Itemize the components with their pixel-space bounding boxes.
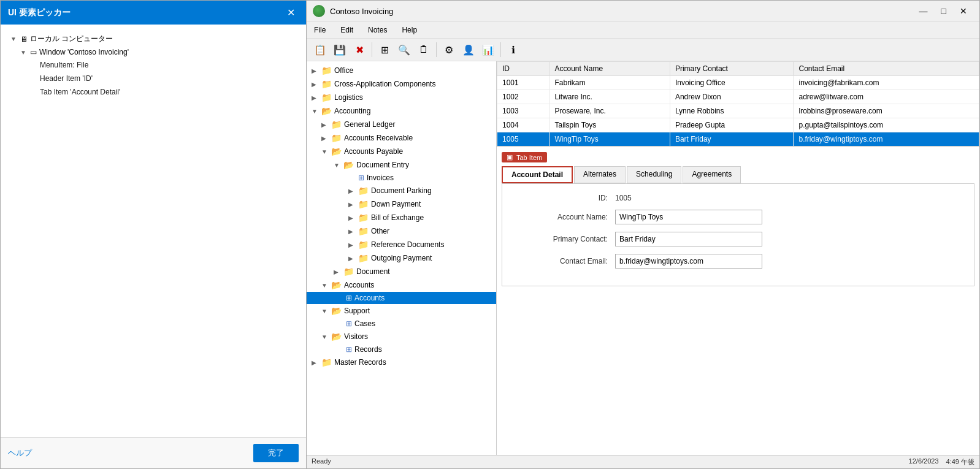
- chevron-down-icon: ▼: [321, 148, 329, 155]
- nav-general-ledger[interactable]: ▶ 📁 General Ledger: [307, 118, 496, 131]
- tree-local-computer[interactable]: ▼ 🖥 ローカル コンピューター: [8, 32, 299, 46]
- account-name-input[interactable]: [615, 210, 762, 224]
- chevron-down-icon: ▼: [321, 334, 329, 340]
- nav-cases[interactable]: ⊞ Cases: [307, 318, 496, 330]
- table-row[interactable]: 1004 Tailspin Toys Pradeep Gupta p.gupta…: [497, 118, 979, 132]
- folder-open-icon: 📂: [331, 280, 342, 290]
- table-row[interactable]: 1003 Proseware, Inc. Lynne Robbins lrobb…: [497, 104, 979, 118]
- primary-contact-input[interactable]: [615, 232, 762, 246]
- nav-records[interactable]: ⊞ Records: [307, 343, 496, 356]
- help-link[interactable]: ヘルプ: [8, 448, 32, 459]
- nav-other[interactable]: ▶ 📁 Other: [307, 224, 496, 238]
- picker-close-button[interactable]: ✕: [283, 6, 299, 20]
- cell-name: Tailspin Toys: [549, 118, 670, 132]
- nav-accounts-table[interactable]: ⊞ Accounts: [307, 292, 496, 304]
- tab-section: ▣ Tab Item Account Detail Alternates Sch…: [497, 147, 979, 455]
- nav-cross-app-label: Cross-Application Components: [334, 80, 435, 88]
- save-button[interactable]: 💾: [331, 41, 348, 58]
- menu-notes[interactable]: Notes: [361, 23, 394, 37]
- form-row-primary-contact: Primary Contact:: [517, 232, 959, 246]
- tree-tab-account-detail[interactable]: Tab Item 'Account Detail': [8, 85, 299, 99]
- menu-file[interactable]: File: [307, 23, 333, 37]
- id-label: ID:: [517, 194, 615, 202]
- toolbar: 📋 💾 ✖ ⊞ 🔍 🗒 ⚙ 👤 📊 ℹ: [307, 39, 979, 61]
- tab-alternates[interactable]: Alternates: [574, 166, 626, 183]
- menu-edit[interactable]: Edit: [333, 23, 361, 37]
- maximize-button[interactable]: □: [935, 4, 952, 18]
- status-date: 12/6/2023: [909, 457, 939, 467]
- status-bar: Ready 12/6/2023 4:49 午後: [307, 455, 979, 468]
- close-window-button[interactable]: ✕: [954, 4, 973, 18]
- nav-accounting[interactable]: ▼ 📂 Accounting: [307, 104, 496, 118]
- nav-support[interactable]: ▼ 📂 Support: [307, 304, 496, 318]
- chevron-down-icon: ▼: [334, 162, 341, 169]
- nav-invoices[interactable]: ⊞ Invoices: [307, 172, 496, 184]
- table-row[interactable]: 1001 Fabrikam Invoicing Office invoicing…: [497, 76, 979, 90]
- search-button[interactable]: 🔍: [396, 41, 413, 58]
- form-row-id: ID: 1005: [517, 194, 959, 202]
- minimize-button[interactable]: —: [913, 4, 934, 18]
- col-id[interactable]: ID: [497, 62, 550, 76]
- cell-contact: Pradeep Gupta: [670, 118, 794, 132]
- nav-office-label: Office: [334, 66, 353, 75]
- folder-open-icon: 📂: [331, 306, 342, 316]
- col-account-name[interactable]: Account Name: [549, 62, 670, 76]
- col-primary-contact[interactable]: Primary Contact: [670, 62, 794, 76]
- cell-email: b.friday@wingtiptoys.com: [794, 132, 979, 147]
- status-time: 4:49 午後: [946, 457, 974, 467]
- nav-cross-app[interactable]: ▶ 📁 Cross-Application Components: [307, 77, 496, 91]
- chevron-right-icon: ▶: [312, 359, 319, 366]
- note-button[interactable]: 🗒: [415, 41, 432, 58]
- nav-visitors[interactable]: ▼ 📂 Visitors: [307, 330, 496, 343]
- settings-button[interactable]: ⚙: [440, 41, 457, 58]
- nav-outgoing-payment[interactable]: ▶ 📁 Outgoing Payment: [307, 251, 496, 265]
- tab-agreements[interactable]: Agreements: [683, 166, 741, 183]
- table-row[interactable]: 1002 Litware Inc. Andrew Dixon adrew@lit…: [497, 90, 979, 104]
- account-name-label: Account Name:: [517, 213, 615, 221]
- nav-cases-label: Cases: [354, 319, 375, 328]
- nav-accounts-payable[interactable]: ▼ 📂 Accounts Payable: [307, 145, 496, 158]
- cell-email: invoicing@fabrikam.com: [794, 76, 979, 90]
- nav-document-parking[interactable]: ▶ 📁 Document Parking: [307, 184, 496, 197]
- nav-logistics-label: Logistics: [334, 93, 363, 102]
- form-row-account-name: Account Name:: [517, 210, 959, 224]
- nav-bill-of-exchange-label: Bill of Exchange: [371, 213, 424, 222]
- nav-accounts-receivable[interactable]: ▶ 📁 Accounts Receivable: [307, 131, 496, 145]
- cell-email: adrew@litware.com: [794, 90, 979, 104]
- folder-icon: 📁: [358, 253, 369, 263]
- col-contact-email[interactable]: Contact Email: [794, 62, 979, 76]
- menu-help[interactable]: Help: [394, 23, 424, 37]
- tree-menuitem-file[interactable]: MenuItem: File: [8, 58, 299, 72]
- cell-name: Fabrikam: [549, 76, 670, 90]
- tab-account-detail[interactable]: Account Detail: [502, 166, 573, 183]
- nav-bill-of-exchange[interactable]: ▶ 📁 Bill of Exchange: [307, 211, 496, 224]
- tree-header-id[interactable]: Header Item 'ID': [8, 72, 299, 85]
- delete-button[interactable]: ✖: [351, 41, 368, 58]
- tree-window-contoso[interactable]: ▼ ▭ Window 'Contoso Invoicing': [8, 46, 299, 58]
- report-button[interactable]: 📊: [480, 41, 497, 58]
- user-button[interactable]: 👤: [460, 41, 477, 58]
- table-row-selected[interactable]: 1005 WingTip Toys Bart Friday b.friday@w…: [497, 132, 979, 147]
- cell-name: WingTip Toys: [549, 132, 670, 147]
- main-content: ▶ 📁 Office ▶ 📁 Cross-Application Compone…: [307, 61, 979, 455]
- cell-id: 1004: [497, 118, 550, 132]
- nav-down-payment[interactable]: ▶ 📁 Down Payment: [307, 197, 496, 211]
- nav-office[interactable]: ▶ 📁 Office: [307, 64, 496, 77]
- tab-scheduling[interactable]: Scheduling: [627, 166, 681, 183]
- nav-document-entry[interactable]: ▼ 📂 Document Entry: [307, 158, 496, 172]
- new-button[interactable]: 📋: [312, 41, 329, 58]
- table-icon: ⊞: [358, 173, 364, 182]
- chevron-right-icon: ▶: [348, 188, 356, 194]
- nav-document[interactable]: ▶ 📁 Document: [307, 265, 496, 278]
- done-button[interactable]: 完了: [253, 444, 299, 462]
- grid-button[interactable]: ⊞: [376, 41, 393, 58]
- contact-email-input[interactable]: [615, 254, 762, 269]
- picker-header: UI 要素ピッカー ✕: [1, 1, 306, 25]
- nav-document-parking-label: Document Parking: [371, 186, 432, 195]
- cell-id: 1005: [497, 132, 550, 147]
- nav-master-records[interactable]: ▶ 📁 Master Records: [307, 356, 496, 369]
- nav-logistics[interactable]: ▶ 📁 Logistics: [307, 91, 496, 104]
- info-button[interactable]: ℹ: [505, 41, 522, 58]
- nav-reference-documents[interactable]: ▶ 📁 Reference Documents: [307, 238, 496, 251]
- nav-accounts-group[interactable]: ▼ 📂 Accounts: [307, 278, 496, 292]
